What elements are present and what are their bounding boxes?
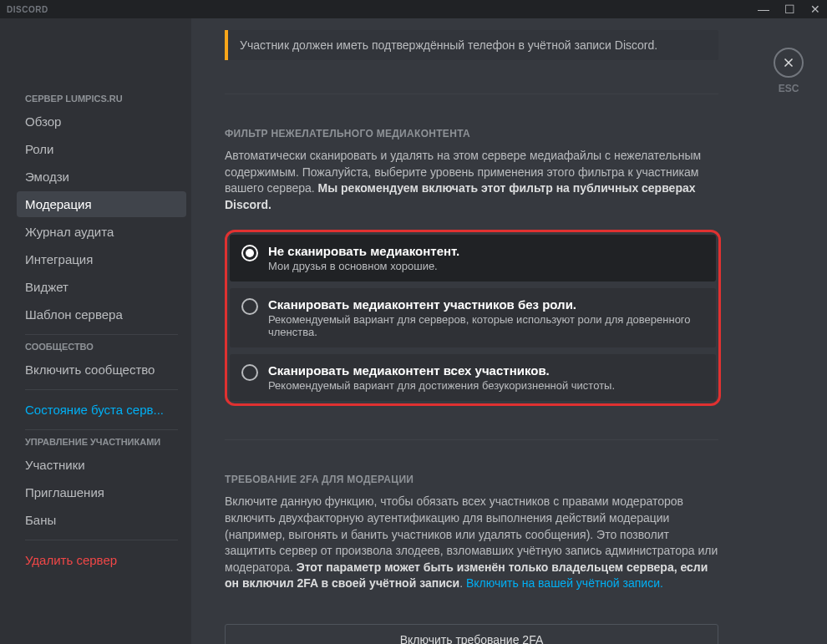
sidebar-item-template[interactable]: Шаблон сервера <box>17 302 186 327</box>
option-subtitle: Рекомендуемый вариант для серверов, кото… <box>268 313 704 338</box>
filter-options-highlight: Не сканировать медиаконтент. Мои друзья … <box>225 230 721 406</box>
option-title: Сканировать медиаконтент всех участников… <box>268 363 704 378</box>
divider <box>25 540 178 540</box>
close-icon <box>781 55 796 70</box>
sidebar-item-invites[interactable]: Приглашения <box>17 479 186 505</box>
filter-option-none[interactable]: Не сканировать медиаконтент. Мои друзья … <box>230 235 716 281</box>
divider <box>25 429 178 430</box>
close-button[interactable] <box>774 48 804 78</box>
banner-text: Участник должен иметь подтверждённый тел… <box>240 38 657 52</box>
close-label: ESC <box>774 83 804 94</box>
sidebar: СЕРВЕР LUMPICS.RU Обзор Роли Эмодзи Моде… <box>0 18 191 644</box>
titlebar: DISCORD — ☐ ✕ <box>0 0 827 18</box>
minimize-icon[interactable]: — <box>758 3 769 16</box>
sidebar-item-bans[interactable]: Баны <box>17 507 186 533</box>
sidebar-item-audit-log[interactable]: Журнал аудита <box>17 219 186 245</box>
option-title: Не сканировать медиаконтент. <box>268 244 704 258</box>
sidebar-item-delete-server[interactable]: Удалить сервер <box>17 547 186 573</box>
content-area: ESC Участник должен иметь подтверждённый… <box>191 18 827 644</box>
sidebar-item-integrations[interactable]: Интеграция <box>17 246 186 272</box>
mfa-section-title: ТРЕБОВАНИЕ 2FA ДЛЯ МОДЕРАЦИИ <box>225 474 794 485</box>
app-name: DISCORD <box>7 5 48 14</box>
mfa-section-description: Включите данную функцию, чтобы обязать в… <box>225 494 718 592</box>
divider <box>225 439 718 440</box>
radio-icon <box>241 245 258 261</box>
sidebar-item-roles[interactable]: Роли <box>17 136 186 162</box>
sidebar-item-members[interactable]: Участники <box>17 452 186 478</box>
divider <box>225 94 718 94</box>
filter-section-description: Автоматически сканировать и удалять на э… <box>225 148 718 213</box>
radio-icon <box>241 298 258 315</box>
divider <box>25 334 178 335</box>
mfa-enable-link[interactable]: Включить на вашей учётной записи. <box>466 576 663 590</box>
filter-option-all[interactable]: Сканировать медиаконтент всех участников… <box>230 354 716 401</box>
option-title: Сканировать медиаконтент участников без … <box>268 297 704 312</box>
verification-banner: Участник должен иметь подтверждённый тел… <box>225 30 718 60</box>
sidebar-item-enable-community[interactable]: Включить сообщество <box>17 357 186 383</box>
option-subtitle: Рекомендуемый вариант для достижения без… <box>268 379 704 392</box>
sidebar-header-community: СООБЩЕСТВО <box>17 342 186 352</box>
filter-option-no-role[interactable]: Сканировать медиаконтент участников без … <box>230 288 716 347</box>
sidebar-header-management: УПРАВЛЕНИЕ УЧАСТНИКАМИ <box>17 437 186 447</box>
sidebar-item-widget[interactable]: Виджет <box>17 274 186 300</box>
divider <box>25 389 178 390</box>
maximize-icon[interactable]: ☐ <box>784 3 795 16</box>
sidebar-item-emoji[interactable]: Эмодзи <box>17 164 186 190</box>
filter-section-title: ФИЛЬТР НЕЖЕЛАТЕЛЬНОГО МЕДИАКОНТЕНТА <box>225 128 794 139</box>
sidebar-item-boost-status[interactable]: Состояние буста серв... <box>17 397 186 423</box>
radio-icon <box>241 364 258 381</box>
sidebar-header-server: СЕРВЕР LUMPICS.RU <box>17 94 186 104</box>
sidebar-item-overview[interactable]: Обзор <box>17 109 186 134</box>
option-subtitle: Мои друзья в основном хорошие. <box>268 260 704 272</box>
close-window-icon[interactable]: ✕ <box>810 3 820 16</box>
enable-2fa-button[interactable]: Включить требование 2FA <box>225 624 718 644</box>
sidebar-item-moderation[interactable]: Модерация <box>17 191 186 217</box>
